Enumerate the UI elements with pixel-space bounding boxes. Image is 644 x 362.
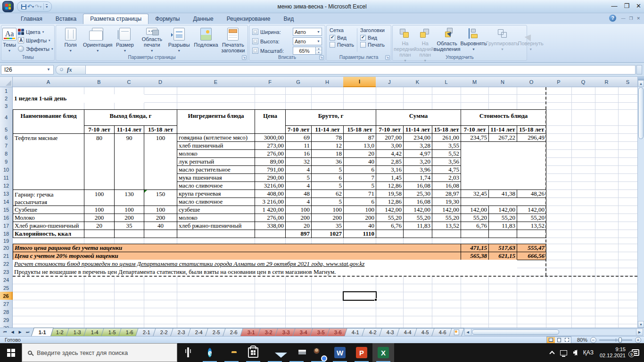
- cell-N18[interactable]: [488, 230, 517, 238]
- cell-L6[interactable]: 261,00: [432, 133, 461, 142]
- поля-button[interactable]: Поля▼: [57, 26, 84, 54]
- save-button[interactable]: [21, 4, 26, 9]
- normal-view-button[interactable]: [547, 337, 555, 343]
- cell-E16[interactable]: молоко: [177, 214, 255, 222]
- scroll-down-button[interactable]: ▼: [638, 321, 644, 328]
- cell-I11[interactable]: 7: [343, 173, 376, 182]
- zoom-level[interactable]: 80%: [574, 337, 587, 343]
- gridlines-print-checkbox[interactable]: Печать: [330, 42, 354, 48]
- row-header-29[interactable]: 29: [0, 316, 13, 324]
- first-sheet-button[interactable]: ⏮: [1, 329, 8, 336]
- cell-H8[interactable]: 18: [311, 149, 344, 158]
- column-header-A[interactable]: A: [13, 77, 84, 87]
- cell-N16[interactable]: 55,20: [488, 214, 517, 222]
- cell-F14[interactable]: 3 216,00: [255, 197, 286, 206]
- cell-B13[interactable]: 100: [84, 189, 115, 206]
- horizontal-scroll-thumb[interactable]: [472, 329, 559, 335]
- ribbon-tab-Формулы[interactable]: Формулы: [149, 14, 186, 24]
- cell-G17[interactable]: 20: [285, 222, 312, 230]
- cell-M21[interactable]: 565,38: [461, 252, 489, 260]
- theme-fonts-button[interactable]: AШрифты▾: [17, 37, 55, 44]
- page-layout-view-button[interactable]: [555, 337, 563, 343]
- cell-F4[interactable]: Цена: [255, 109, 286, 134]
- cell-G10[interactable]: 4: [285, 165, 312, 174]
- cell-J4[interactable]: Сумма: [376, 109, 461, 126]
- cell-J7[interactable]: 3,00: [376, 141, 404, 150]
- printer-taskbar-button[interactable]: [286, 343, 307, 362]
- cell-B4[interactable]: Выход блюда, г: [84, 109, 177, 126]
- volume-button[interactable]: [573, 350, 577, 356]
- cell-K16[interactable]: 55,20: [403, 214, 432, 222]
- cell-G12[interactable]: 4: [285, 181, 312, 190]
- word-taskbar-button[interactable]: W: [329, 343, 351, 362]
- cell-K17[interactable]: 11,83: [403, 222, 432, 230]
- cell-G15[interactable]: 100: [285, 206, 312, 214]
- cell-H12[interactable]: 5: [311, 181, 344, 190]
- name-box-dropdown-icon[interactable]: ▼: [47, 67, 50, 72]
- task-view-taskbar-button[interactable]: [177, 343, 199, 362]
- cell-L9[interactable]: 3,56: [432, 157, 461, 166]
- cell-D13[interactable]: 150: [144, 189, 177, 206]
- cell-J15[interactable]: 142,00: [376, 206, 404, 214]
- themes-button[interactable]: Aa Темы ▼: [2, 26, 17, 54]
- column-header-J[interactable]: J: [376, 77, 404, 87]
- column-header-F[interactable]: F: [255, 77, 286, 87]
- fit-width-select[interactable]: Авто▼: [293, 28, 322, 36]
- page-break-view-button[interactable]: [563, 337, 571, 343]
- cell-L13[interactable]: 28,97: [432, 189, 461, 198]
- cell-I16[interactable]: 200: [343, 214, 376, 222]
- cell-J14[interactable]: 12,86: [376, 197, 404, 206]
- workbook-minimize-button[interactable]: —: [621, 16, 625, 21]
- cell-A17[interactable]: Хлеб ржано-пшеничный: [13, 222, 84, 230]
- cell-B16[interactable]: 200: [84, 214, 115, 222]
- cell-H10[interactable]: 5: [311, 165, 344, 174]
- row-header-22[interactable]: 22: [0, 260, 13, 268]
- cell-G16[interactable]: 200: [285, 214, 312, 222]
- cell-E13[interactable]: крупа гречневая: [177, 189, 255, 198]
- sheet-options-dialog-launcher[interactable]: ↘: [385, 55, 390, 60]
- taskbar-search-input[interactable]: Введите здесь текст для поиска: [22, 343, 177, 362]
- column-header-D[interactable]: D: [144, 77, 177, 87]
- powerpoint-taskbar-button[interactable]: P: [351, 343, 372, 362]
- cell-E7[interactable]: хлеб пшеничный: [177, 141, 255, 150]
- cell-C16[interactable]: 200: [114, 214, 144, 222]
- network-icon[interactable]: [560, 350, 567, 355]
- cell-F17[interactable]: 338,00: [255, 222, 286, 230]
- selection-pane-button[interactable]: Область выделения: [434, 26, 461, 54]
- cell-D18[interactable]: [144, 230, 177, 238]
- cell-I14[interactable]: 6: [343, 197, 376, 206]
- tray-expand-icon[interactable]: [549, 351, 554, 356]
- cell-A13[interactable]: Гарнир: гречка рассыпчатая: [13, 189, 84, 206]
- row-header-10[interactable]: 10: [0, 165, 13, 174]
- cell-E11[interactable]: мука пшеничная: [177, 173, 255, 182]
- cell-F9[interactable]: 89,00: [255, 157, 286, 166]
- ribbon-tab-Главная[interactable]: Главная: [14, 14, 49, 24]
- cell-F10[interactable]: 791,00: [255, 165, 286, 174]
- redo-dropdown-icon[interactable]: ▾: [40, 5, 41, 9]
- cell-G13[interactable]: 48: [285, 189, 312, 198]
- page-setup-dialog-launcher[interactable]: ↘: [242, 55, 247, 60]
- cell-I15[interactable]: 100: [343, 206, 376, 214]
- cell-A16[interactable]: Молоко: [13, 214, 84, 222]
- cell-K14[interactable]: 16,08: [403, 197, 432, 206]
- cell-A18[interactable]: Калорийность, ккал: [13, 230, 84, 238]
- cell-M6[interactable]: 234,75: [461, 133, 489, 142]
- headings-view-checkbox[interactable]: Вид: [360, 35, 385, 41]
- cell-L8[interactable]: 5,52: [432, 149, 461, 158]
- cell-H18[interactable]: 1027: [311, 230, 344, 238]
- cell-I13[interactable]: 71: [343, 189, 376, 198]
- align-button[interactable]: Выровнять▼: [460, 26, 487, 54]
- column-header-N[interactable]: N: [488, 77, 517, 87]
- grid-area[interactable]: 1 неделя 1-ый деньНаименование блюдВыход…: [13, 87, 637, 328]
- cell-N20[interactable]: 517,63: [488, 244, 517, 252]
- cell-J13[interactable]: 19,58: [376, 189, 404, 198]
- cell-H7[interactable]: 12: [311, 141, 344, 150]
- row-header-20[interactable]: 20: [0, 244, 13, 252]
- cell-K7[interactable]: 3,28: [403, 141, 432, 150]
- close-button[interactable]: ✕: [636, 2, 641, 10]
- cell-E18[interactable]: [177, 230, 255, 238]
- formula-input[interactable]: [86, 65, 636, 74]
- scale-down-button[interactable]: ▼: [316, 51, 322, 55]
- last-sheet-button[interactable]: ⏭: [24, 329, 31, 336]
- cell-L7[interactable]: 3,55: [432, 141, 461, 150]
